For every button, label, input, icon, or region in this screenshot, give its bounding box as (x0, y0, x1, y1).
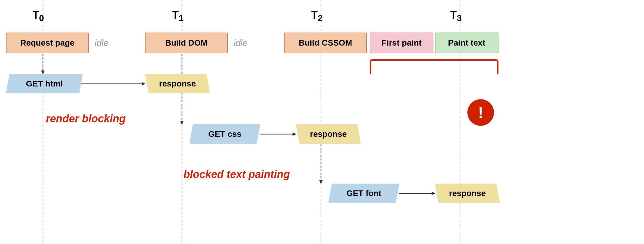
svg-marker-9 (180, 121, 184, 125)
t3-label: T3 (450, 9, 462, 23)
paint-text-box: Paint text (435, 33, 498, 53)
diagram: T0 T1 T2 T3 Request page idle Build DOM … (0, 0, 644, 244)
t0-label: T0 (33, 9, 44, 23)
response-css-box: response (296, 124, 361, 144)
request-page-box: Request page (6, 33, 89, 53)
response-html-box: response (145, 74, 210, 93)
svg-marker-11 (293, 132, 296, 136)
idle1-label: idle (95, 38, 109, 48)
build-dom-box: Build DOM (145, 33, 228, 53)
t1-label: T1 (172, 9, 184, 23)
first-paint-box: First paint (370, 33, 433, 53)
t2-label: T2 (311, 9, 323, 23)
blocked-text-label: blocked text painting (183, 168, 290, 181)
svg-marker-5 (41, 70, 45, 75)
render-blocking-label: render blocking (46, 113, 126, 125)
svg-marker-7 (142, 82, 146, 86)
get-html-box: GET html (6, 74, 83, 93)
svg-marker-13 (319, 180, 323, 184)
get-css-box: GET css (189, 124, 260, 144)
get-font-box: GET font (328, 184, 399, 203)
build-cssom-box: Build CSSOM (284, 33, 367, 53)
red-bracket (370, 59, 498, 74)
svg-marker-15 (432, 192, 435, 195)
response-font-box: response (435, 184, 500, 203)
error-icon: ! (467, 99, 494, 126)
idle2-label: idle (234, 38, 248, 48)
